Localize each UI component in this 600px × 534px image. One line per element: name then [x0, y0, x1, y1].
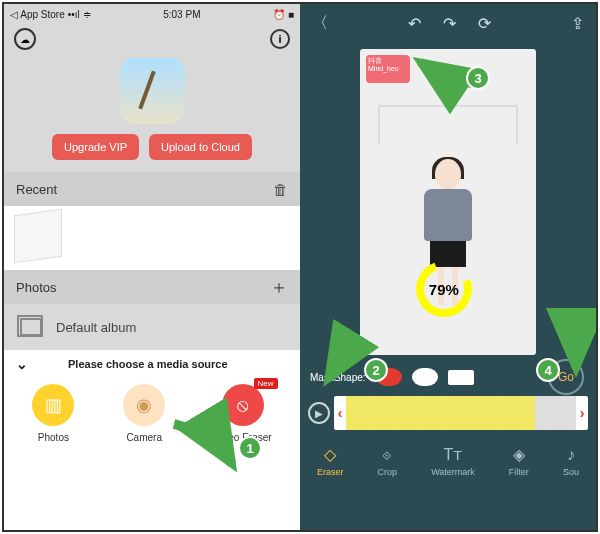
- status-bar: ◁ App Store ••ıl ≑ 5:03 PM ⏰ ■: [4, 4, 300, 24]
- new-badge: New: [254, 378, 278, 389]
- opt-label: Photos: [38, 432, 69, 443]
- photo-icon: ▥: [32, 384, 74, 426]
- timeline: ▶ ‹ ›: [300, 392, 596, 434]
- media-option-camera[interactable]: ◉ Camera: [123, 384, 165, 443]
- signal-icon: ••ıl: [68, 9, 80, 20]
- bottom-tools: ◇Eraser ⟐Crop TᴛWatermark ◈Filter ♪Sou: [300, 434, 596, 484]
- tool-watermark[interactable]: TᴛWatermark: [431, 445, 475, 477]
- crop-icon: ⟐: [382, 446, 392, 464]
- recent-row[interactable]: [4, 206, 300, 270]
- camera-icon: ◉: [123, 384, 165, 426]
- upload-cloud-button[interactable]: Upload to Cloud: [149, 134, 252, 160]
- page-curl-icon: [14, 209, 62, 264]
- mask-ellipse-white[interactable]: [412, 368, 438, 386]
- share-icon[interactable]: ⇪: [571, 14, 584, 33]
- sheet-prompt: Please choose a media source: [68, 358, 228, 370]
- annotation-1: 1: [238, 436, 262, 460]
- alarm-icon: ⏰: [273, 9, 285, 20]
- annotation-arrow-4: [560, 322, 594, 382]
- photos-label: Photos: [16, 280, 56, 295]
- chevron-down-icon[interactable]: ⌄: [16, 356, 28, 372]
- redo-icon[interactable]: ↷: [443, 14, 456, 33]
- annotation-2: 2: [364, 358, 388, 382]
- upgrade-vip-button[interactable]: Upgrade VIP: [52, 134, 139, 160]
- photos-header: Photos ＋: [4, 270, 300, 304]
- wifi-icon: ≑: [83, 9, 91, 20]
- back-icon[interactable]: 〈: [312, 13, 328, 34]
- tool-sound[interactable]: ♪Sou: [563, 446, 579, 477]
- tool-eraser[interactable]: ◇Eraser: [317, 445, 344, 477]
- rotate-icon[interactable]: ⟳: [478, 14, 491, 33]
- album-label: Default album: [56, 320, 136, 335]
- annotation-4: 4: [536, 358, 560, 382]
- video-thumbnail[interactable]: [119, 58, 185, 124]
- battery-icon: ■: [288, 9, 294, 20]
- strip-right-icon[interactable]: ›: [576, 396, 588, 430]
- annotation-arrow-1: [164, 414, 244, 478]
- album-icon: [20, 318, 42, 336]
- editor-toolbar: 〈 ↶ ↷ ⟳ ⇪: [300, 4, 596, 42]
- strip-left-icon[interactable]: ‹: [334, 396, 346, 430]
- add-icon[interactable]: ＋: [270, 275, 288, 299]
- undo-icon[interactable]: ↶: [408, 14, 421, 33]
- mask-rect[interactable]: [448, 370, 474, 385]
- diamond-icon: ◇: [324, 445, 336, 464]
- text-icon: Tᴛ: [444, 445, 463, 464]
- annotation-3: 3: [466, 66, 490, 90]
- tool-crop[interactable]: ⟐Crop: [378, 446, 398, 477]
- filter-icon: ◈: [513, 445, 525, 464]
- info-icon[interactable]: i: [270, 29, 290, 49]
- opt-label: Camera: [126, 432, 162, 443]
- cloud-upload-icon[interactable]: ☁: [14, 28, 36, 50]
- media-option-photos[interactable]: ▥ Photos: [32, 384, 74, 443]
- selection-range[interactable]: [346, 396, 535, 430]
- clip-strip[interactable]: ‹ ›: [334, 396, 588, 430]
- tool-filter[interactable]: ◈Filter: [509, 445, 529, 477]
- hero-area: Upgrade VIP Upload to Cloud: [4, 54, 300, 172]
- default-album-row[interactable]: Default album: [4, 304, 300, 350]
- sound-icon: ♪: [567, 446, 575, 464]
- recent-label: Recent: [16, 182, 57, 197]
- tiktok-watermark: 抖音Mind_heo: [366, 55, 410, 83]
- back-appstore[interactable]: ◁ App Store: [10, 9, 65, 20]
- trash-icon[interactable]: 🗑: [273, 181, 288, 198]
- recent-header: Recent 🗑: [4, 172, 300, 206]
- top-bar: ☁ i: [4, 24, 300, 54]
- play-button[interactable]: ▶: [308, 402, 330, 424]
- clock: 5:03 PM: [163, 9, 200, 20]
- bg-shelf: [378, 105, 518, 145]
